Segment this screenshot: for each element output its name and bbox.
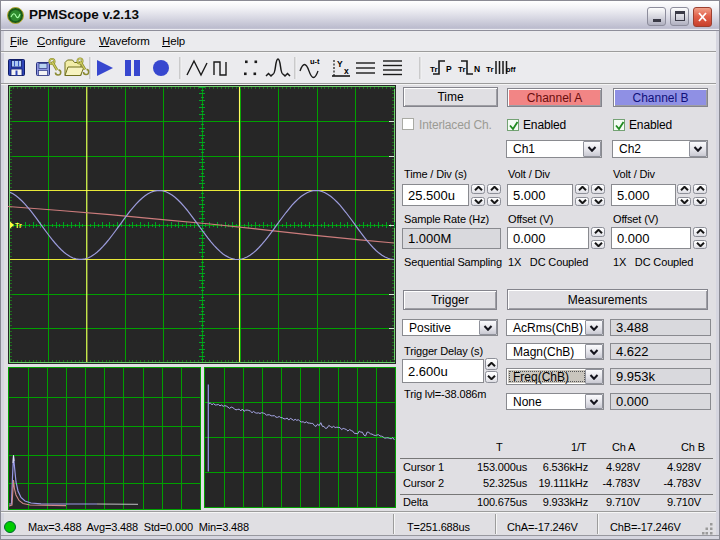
svg-text:Tr: Tr (15, 222, 22, 229)
svg-text:u-t: u-t (310, 57, 320, 66)
svg-text:P: P (446, 64, 452, 74)
svg-text:off: off (506, 65, 516, 74)
svg-text:x: x (344, 66, 349, 76)
svg-text:Tr: Tr (458, 65, 466, 74)
svg-text:N: N (474, 64, 480, 74)
svg-text:Tr: Tr (486, 65, 494, 74)
svg-text:Tr: Tr (430, 65, 438, 74)
svg-text:Y: Y (337, 59, 343, 69)
